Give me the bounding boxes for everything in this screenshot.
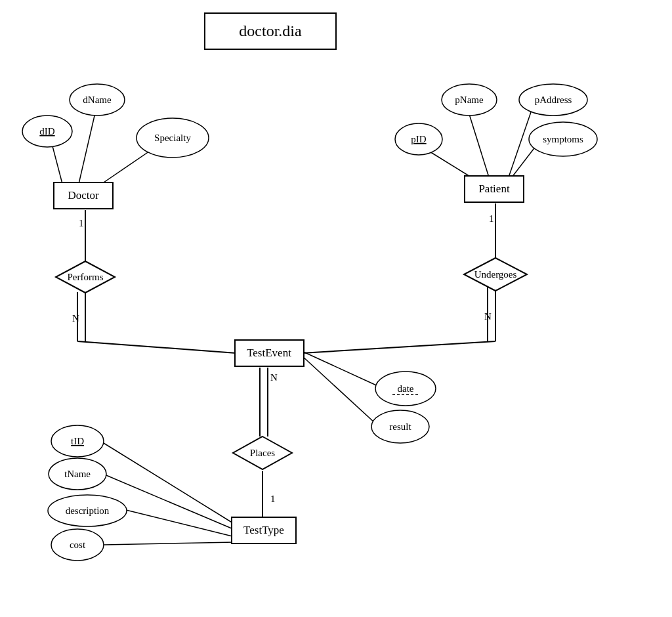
entity-testevent-label: TestEvent: [247, 347, 291, 359]
line-testevent-result: [302, 356, 375, 423]
attr-cost-label: cost: [70, 540, 86, 550]
attr-dname-label: dName: [83, 95, 112, 105]
attr-pname-label: pName: [455, 95, 484, 105]
line-testtype-cost: [104, 542, 235, 545]
line-pname-patient: [469, 114, 489, 177]
line-did-doctor: [51, 141, 62, 184]
attr-tname-label: tName: [64, 469, 91, 479]
attr-did-label: dID: [39, 126, 54, 137]
cardinality-testevent-places: N: [270, 372, 278, 383]
attr-tid-label: tID: [71, 436, 84, 446]
relationship-undergoes-label: Undergoes: [474, 269, 517, 280]
line-testtype-tname: [103, 474, 236, 530]
attr-date-label: date: [398, 383, 414, 394]
attr-paddress-label: pAddress: [535, 95, 572, 105]
attr-result-label: result: [389, 421, 411, 432]
line-testevent-date: [302, 351, 381, 387]
title-text: doctor.dia: [239, 22, 302, 39]
attr-pid-label: pID: [411, 134, 426, 144]
attr-symptoms-label: symptoms: [543, 134, 583, 144]
attr-description-label: description: [66, 505, 110, 516]
cardinality-performs-testevent: N: [72, 313, 79, 324]
relationship-places-label: Places: [250, 448, 275, 458]
cardinality-patient-undergoes: 1: [489, 213, 494, 224]
cardinality-undergoes-testevent: N: [484, 311, 492, 322]
entity-doctor-label: Doctor: [68, 189, 99, 202]
cardinality-places-testtype: 1: [270, 494, 276, 504]
relationship-performs-label: Performs: [68, 272, 104, 282]
cardinality-doctor-performs: 1: [79, 218, 84, 228]
line-pid-patient: [427, 150, 471, 177]
entity-testtype-label: TestType: [243, 524, 284, 536]
attr-specialty-label: Specialty: [154, 133, 191, 143]
line-performs-testevent-h: [77, 341, 236, 353]
line-undergoes-testevent-h: [302, 341, 495, 353]
entity-patient-label: Patient: [478, 182, 509, 195]
line-dname-doctor: [79, 113, 95, 184]
